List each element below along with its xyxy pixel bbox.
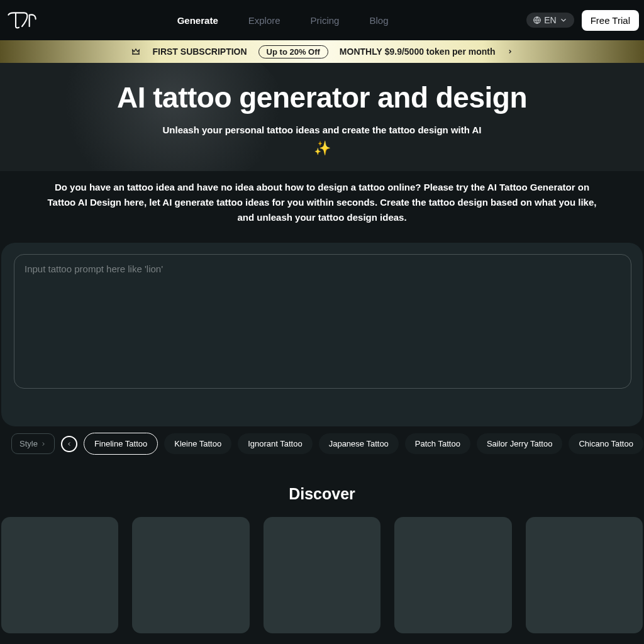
promo-discount-badge: Up to 20% Off	[258, 45, 328, 58]
style-filter-button[interactable]: Style	[11, 433, 55, 454]
discover-card[interactable]	[1, 517, 118, 633]
promo-monthly-rest: $9.9/5000 token per month	[385, 47, 496, 57]
style-filter-label: Style	[19, 439, 38, 448]
style-chip-ignorant[interactable]: Ignorant Tattoo	[238, 433, 313, 454]
style-chip-japanese[interactable]: Japanese Tattoo	[319, 433, 399, 454]
nav-pricing[interactable]: Pricing	[311, 13, 340, 28]
description: Do you have an tattoo idea and have no i…	[0, 171, 644, 238]
prompt-input[interactable]	[25, 264, 621, 377]
nav-blog[interactable]: Blog	[369, 13, 388, 28]
style-chip-patch[interactable]: Patch Tattoo	[405, 433, 470, 454]
promo-banner[interactable]: FIRST SUBSCRIPTION Up to 20% Off MONTHLY…	[0, 40, 644, 63]
sparkle-icon: ✨	[314, 140, 331, 157]
discover-card[interactable]	[132, 517, 249, 633]
discover-card[interactable]	[394, 517, 511, 633]
page-title: AI tattoo generator and design	[117, 80, 527, 114]
free-trial-button[interactable]: Free Trial	[582, 10, 639, 31]
style-chip-kleine[interactable]: Kleine Tattoo	[164, 433, 231, 454]
prompt-box	[14, 254, 631, 389]
language-label: EN	[544, 15, 556, 25]
chevron-right-icon	[507, 48, 513, 55]
discover-heading: Discover	[0, 485, 644, 503]
style-row: Style Fineline Tattoo Kleine Tattoo Igno…	[0, 433, 644, 469]
crown-icon	[131, 47, 141, 57]
promo-monthly-label: MONTHLY	[340, 47, 382, 57]
discover-grid	[0, 517, 644, 644]
chevron-right-icon	[40, 441, 47, 447]
prompt-panel	[1, 243, 643, 426]
nav-explore[interactable]: Explore	[248, 13, 280, 28]
header: Generate Explore Pricing Blog EN Free Tr…	[0, 0, 644, 40]
chevron-down-icon	[559, 16, 568, 25]
logo[interactable]	[5, 8, 39, 33]
chevron-left-icon	[66, 441, 72, 447]
primary-nav: Generate Explore Pricing Blog	[177, 13, 389, 28]
promo-first-sub: FIRST SUBSCRIPTION	[152, 47, 247, 57]
globe-icon	[533, 16, 541, 25]
discover-card[interactable]	[264, 517, 380, 633]
nav-generate[interactable]: Generate	[177, 13, 218, 28]
page-subtitle: Unleash your personal tattoo ideas and c…	[162, 125, 481, 135]
style-chip-fineline[interactable]: Fineline Tattoo	[84, 433, 158, 455]
discover-card[interactable]	[526, 517, 643, 633]
language-switcher[interactable]: EN	[526, 13, 574, 28]
promo-monthly: MONTHLY $9.9/5000 token per month	[340, 47, 496, 57]
hero: AI tattoo generator and design Unleash y…	[0, 63, 644, 171]
style-chip-sailor-jerry[interactable]: Sailor Jerry Tattoo	[477, 433, 563, 454]
styles-prev-button[interactable]	[61, 436, 77, 452]
style-chip-chicano[interactable]: Chicano Tattoo	[569, 433, 643, 454]
